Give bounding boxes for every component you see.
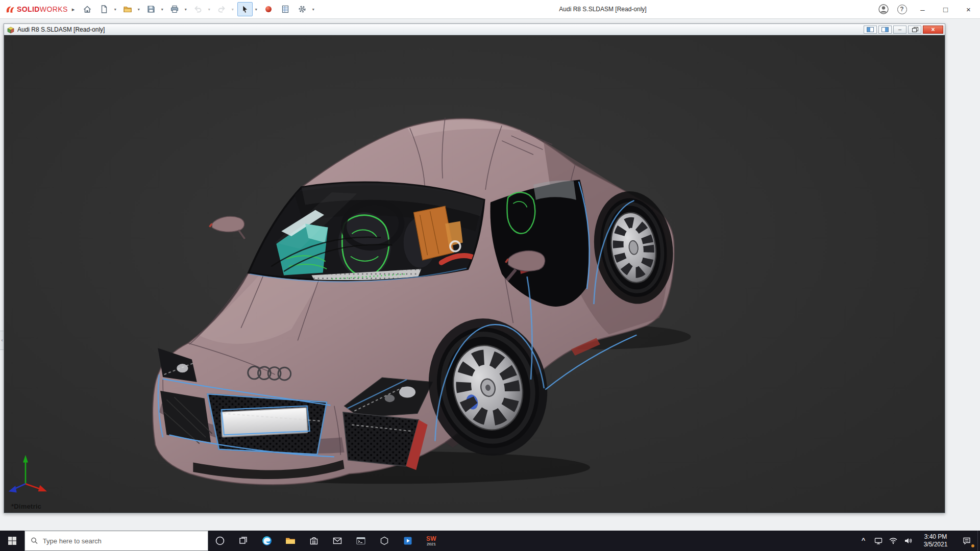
- open-button[interactable]: [120, 2, 135, 16]
- taskbar-clock[interactable]: 3:40 PM 3/5/2021: [915, 531, 956, 551]
- document-properties-button[interactable]: [278, 2, 293, 16]
- new-document-button[interactable]: [96, 2, 112, 16]
- orientation-triad: [9, 455, 47, 493]
- home-icon: [83, 5, 92, 14]
- monitor-icon: [874, 536, 883, 545]
- maximize-button[interactable]: □: [934, 0, 957, 18]
- hexagon-app-button[interactable]: [373, 531, 396, 551]
- network-button[interactable]: [886, 531, 900, 551]
- dropdown-arrow-icon[interactable]: ▾: [310, 7, 316, 12]
- store-icon: [309, 536, 319, 546]
- solidworks-taskbar-button[interactable]: SW 2021: [420, 531, 443, 551]
- save-icon: [146, 5, 156, 14]
- document-table-icon: [281, 5, 290, 14]
- clock-time: 3:40 PM: [924, 533, 947, 541]
- wifi-icon: [889, 536, 898, 545]
- taskbar-search[interactable]: [24, 531, 208, 551]
- solidworks-logo-icon: [5, 5, 15, 14]
- task-view-icon: [238, 536, 249, 546]
- start-button[interactable]: [0, 531, 24, 551]
- windows-start-icon: [8, 536, 17, 545]
- redo-icon: [217, 5, 226, 14]
- window-title: Audi R8 S.SLDASM [Read-only]: [559, 6, 646, 13]
- undo-button[interactable]: [190, 2, 206, 16]
- desktop: SOLIDWORKS ▸ ▾: [0, 0, 980, 551]
- windows-taskbar: SW 2021 ^: [0, 531, 980, 551]
- assembly-icon: [7, 26, 15, 34]
- settings-gear-icon: [298, 5, 307, 14]
- close-button[interactable]: ×: [957, 0, 980, 18]
- solidworks-logo: SOLIDWORKS: [0, 5, 71, 14]
- maximize-icon: □: [943, 5, 948, 14]
- document-window: Audi R8 S.SLDASM [Read-only] – ×: [4, 23, 945, 513]
- brand-works: WORKS: [40, 5, 68, 13]
- open-folder-icon: [123, 5, 132, 14]
- action-center-button[interactable]: [956, 531, 977, 551]
- minimize-button[interactable]: –: [911, 0, 934, 18]
- terminal-icon: [356, 536, 366, 546]
- minimize-icon: –: [920, 5, 924, 14]
- display-pane-toggle-button[interactable]: [864, 26, 877, 34]
- print-icon: [170, 5, 179, 14]
- tray-device-button[interactable]: [871, 531, 886, 551]
- document-minimize-button[interactable]: –: [893, 26, 906, 34]
- document-close-button[interactable]: ×: [923, 26, 943, 34]
- help-icon: ?: [897, 5, 907, 14]
- file-explorer-button[interactable]: [279, 531, 302, 551]
- new-document-icon: [100, 5, 109, 14]
- task-view-button[interactable]: [232, 531, 255, 551]
- action-center-icon: [962, 536, 971, 545]
- home-button[interactable]: [80, 2, 95, 16]
- dropdown-arrow-icon[interactable]: ▾: [112, 7, 118, 12]
- search-input[interactable]: [43, 537, 202, 545]
- document-window-controls: – ×: [864, 26, 943, 34]
- edge-button[interactable]: [255, 531, 279, 551]
- dropdown-arrow-icon[interactable]: ▾: [229, 7, 236, 12]
- tray-expand-button[interactable]: ^: [856, 531, 871, 551]
- panel-collapse-icon: ‹: [2, 338, 3, 343]
- mdi-client-area: ‹ Audi R8 S.SLDASM [Read-only] – ×: [0, 19, 980, 531]
- notification-badge: [971, 544, 974, 547]
- document-title-bar[interactable]: Audi R8 S.SLDASM [Read-only] – ×: [4, 24, 945, 35]
- undo-icon: [193, 5, 203, 14]
- show-desktop-button[interactable]: [977, 531, 980, 551]
- chevron-up-icon: ^: [862, 536, 866, 544]
- featuremanager-toggle-button[interactable]: [878, 26, 892, 34]
- dropdown-arrow-icon[interactable]: ▾: [135, 7, 142, 12]
- redo-button[interactable]: [214, 2, 229, 16]
- brand-text: SOLIDWORKS: [17, 5, 68, 13]
- speaker-icon: [903, 536, 913, 545]
- menu-flyout-arrow[interactable]: ▸: [72, 6, 75, 13]
- select-cursor-icon: [240, 5, 250, 14]
- system-tray: ^: [856, 531, 980, 551]
- volume-button[interactable]: [900, 531, 915, 551]
- solidworks-version-badge: 2021: [427, 542, 436, 546]
- view-orientation-label: *Dimetric: [11, 503, 41, 510]
- document-restore-button[interactable]: [908, 26, 921, 34]
- cortana-icon: [215, 536, 225, 546]
- movies-app-button[interactable]: [396, 531, 420, 551]
- edge-icon: [261, 535, 273, 546]
- title-bar-controls: ? – □ ×: [874, 0, 980, 18]
- dropdown-arrow-icon[interactable]: ▾: [182, 7, 189, 12]
- dropdown-arrow-icon[interactable]: ▾: [253, 7, 259, 12]
- terminal-button[interactable]: [349, 531, 373, 551]
- help-button[interactable]: ?: [893, 0, 911, 18]
- dropdown-arrow-icon[interactable]: ▾: [206, 7, 212, 12]
- document-title: Audi R8 S.SLDASM [Read-only]: [17, 26, 105, 33]
- store-button[interactable]: [302, 531, 326, 551]
- graphics-area[interactable]: *Dimetric: [4, 35, 945, 513]
- featuremanager-toggle-icon: [881, 27, 889, 32]
- quick-access-toolbar: ▾ ▾ ▾: [80, 0, 318, 18]
- red-sphere-button[interactable]: [261, 2, 276, 16]
- save-button[interactable]: [143, 2, 159, 16]
- solidworks-app-icon: SW: [426, 536, 436, 542]
- select-tool-button[interactable]: [237, 2, 253, 16]
- mail-button[interactable]: [326, 531, 349, 551]
- dropdown-arrow-icon[interactable]: ▾: [159, 7, 165, 12]
- car-model-render: [4, 35, 945, 513]
- print-button[interactable]: [167, 2, 182, 16]
- cortana-button[interactable]: [208, 531, 232, 551]
- account-button[interactable]: [874, 0, 893, 18]
- options-button[interactable]: [295, 2, 310, 16]
